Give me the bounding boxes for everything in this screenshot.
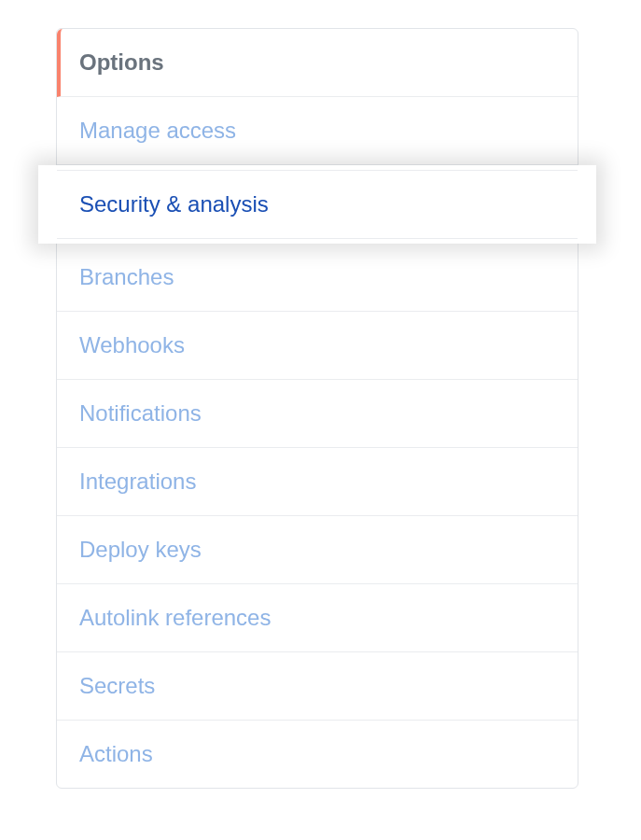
settings-sidebar: Options Manage access Security & analysi… bbox=[56, 28, 578, 789]
sidebar-item-label: Actions bbox=[79, 741, 153, 766]
sidebar-item-label: Autolink references bbox=[79, 605, 271, 630]
sidebar-item-actions[interactable]: Actions bbox=[57, 721, 578, 788]
sidebar-item-options[interactable]: Options bbox=[57, 29, 578, 97]
sidebar-item-label: Webhooks bbox=[79, 332, 185, 357]
highlighted-container: Security & analysis bbox=[38, 165, 596, 244]
sidebar-item-label: Manage access bbox=[79, 118, 236, 143]
sidebar-item-secrets[interactable]: Secrets bbox=[57, 652, 578, 721]
sidebar-item-security-analysis[interactable]: Security & analysis bbox=[57, 170, 578, 239]
sidebar-item-notifications[interactable]: Notifications bbox=[57, 380, 578, 448]
sidebar-item-deploy-keys[interactable]: Deploy keys bbox=[57, 516, 578, 584]
sidebar-item-label: Integrations bbox=[79, 469, 196, 494]
sidebar-item-label: Options bbox=[79, 49, 164, 75]
sidebar-item-integrations[interactable]: Integrations bbox=[57, 448, 578, 516]
sidebar-item-autolink-references[interactable]: Autolink references bbox=[57, 584, 578, 652]
sidebar-item-label: Secrets bbox=[79, 673, 155, 698]
sidebar-item-label: Notifications bbox=[79, 400, 202, 426]
sidebar-item-label: Branches bbox=[79, 264, 174, 289]
sidebar-item-label: Security & analysis bbox=[79, 191, 269, 217]
sidebar-item-label: Deploy keys bbox=[79, 537, 202, 562]
sidebar-item-webhooks[interactable]: Webhooks bbox=[57, 312, 578, 380]
sidebar-item-branches[interactable]: Branches bbox=[57, 244, 578, 312]
sidebar-item-manage-access[interactable]: Manage access bbox=[57, 97, 578, 165]
